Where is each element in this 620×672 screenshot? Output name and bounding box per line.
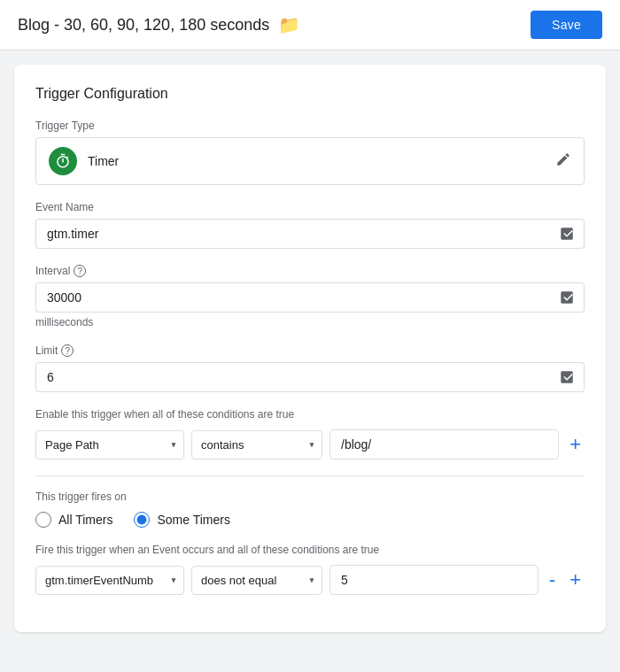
contains-select[interactable]: contains equals starts with ends with ma… xyxy=(191,430,322,460)
interval-sub-label: milliseconds xyxy=(35,316,585,328)
bottom-condition-label: Fire this trigger when an Event occurs a… xyxy=(35,544,585,556)
trigger-type-left: Timer xyxy=(49,147,119,175)
bottom-condition-minus-button[interactable]: - xyxy=(546,570,559,590)
event-name-select-wrapper: gtm.timerEventNumb gtm.timerEventName gt… xyxy=(35,566,184,595)
bottom-condition-plus-button[interactable]: + xyxy=(566,570,585,590)
limit-input-row xyxy=(35,362,585,392)
condition-row: Page Path Page URL Page Hostname Page Ti… xyxy=(35,429,585,460)
condition-value-input[interactable] xyxy=(329,429,559,460)
all-timers-radio[interactable] xyxy=(35,512,51,528)
interval-icon-btn[interactable] xyxy=(550,282,585,313)
trigger-type-row[interactable]: Timer xyxy=(35,137,585,185)
trigger-config-card: Trigger Configuration Trigger Type Timer… xyxy=(14,65,606,632)
page-title: Blog - 30, 60, 90, 120, 180 seconds 📁 xyxy=(18,14,300,35)
some-timers-radio[interactable] xyxy=(134,512,150,528)
operator-select-wrapper: does not equal equals contains starts wi… xyxy=(191,566,322,595)
limit-icon-btn[interactable] xyxy=(550,362,585,392)
fires-on-label: This trigger fires on xyxy=(35,490,585,503)
bottom-condition-value-input[interactable] xyxy=(329,565,539,595)
event-name-input[interactable] xyxy=(35,219,550,249)
interval-section: Interval ? milliseconds xyxy=(35,265,585,328)
divider-1 xyxy=(35,475,585,476)
some-timers-label: Some Timers xyxy=(157,513,229,527)
bottom-condition-row: gtm.timerEventNumb gtm.timerEventName gt… xyxy=(35,565,585,595)
contains-wrapper: contains equals starts with ends with ma… xyxy=(191,430,322,460)
page-path-wrapper: Page Path Page URL Page Hostname Page Ti… xyxy=(35,430,184,460)
trigger-type-section: Trigger Type Timer xyxy=(35,120,585,185)
operator-select[interactable]: does not equal equals contains starts wi… xyxy=(191,566,322,595)
some-timers-option[interactable]: Some Timers xyxy=(134,512,229,528)
event-name-input-row xyxy=(35,219,585,249)
conditions-section: Enable this trigger when all of these co… xyxy=(35,408,585,460)
limit-input[interactable] xyxy=(35,362,550,392)
top-bar: Blog - 30, 60, 90, 120, 180 seconds 📁 Sa… xyxy=(0,0,620,50)
event-name-select[interactable]: gtm.timerEventNumb gtm.timerEventName gt… xyxy=(35,566,184,595)
page-path-select[interactable]: Page Path Page URL Page Hostname Page Ti… xyxy=(35,430,184,460)
save-button[interactable]: Save xyxy=(531,11,602,39)
interval-help-icon[interactable]: ? xyxy=(74,265,86,277)
radio-group: All Timers Some Timers xyxy=(35,512,585,528)
condition-plus-button[interactable]: + xyxy=(566,435,585,454)
card-title: Trigger Configuration xyxy=(35,86,585,102)
event-name-label: Event Name xyxy=(35,201,585,213)
trigger-type-label: Trigger Type xyxy=(35,120,585,132)
trigger-type-name: Timer xyxy=(88,154,119,168)
timer-icon xyxy=(49,147,77,175)
interval-input[interactable] xyxy=(35,282,550,313)
page-title-text: Blog - 30, 60, 90, 120, 180 seconds xyxy=(18,16,269,35)
conditions-label: Enable this trigger when all of these co… xyxy=(35,408,585,421)
all-timers-label: All Timers xyxy=(58,513,112,527)
edit-pencil-icon[interactable] xyxy=(555,151,571,172)
bottom-condition-section: Fire this trigger when an Event occurs a… xyxy=(35,544,585,595)
event-name-icon-btn[interactable] xyxy=(550,219,585,249)
folder-icon[interactable]: 📁 xyxy=(278,14,300,35)
event-name-section: Event Name xyxy=(35,201,585,249)
fires-on-section: This trigger fires on All Timers Some Ti… xyxy=(35,490,585,528)
limit-help-icon[interactable]: ? xyxy=(61,344,74,357)
all-timers-option[interactable]: All Timers xyxy=(35,512,112,528)
interval-label: Interval ? xyxy=(35,265,585,277)
limit-label: Limit ? xyxy=(35,344,585,357)
limit-section: Limit ? xyxy=(35,344,585,392)
interval-input-row xyxy=(35,282,585,313)
